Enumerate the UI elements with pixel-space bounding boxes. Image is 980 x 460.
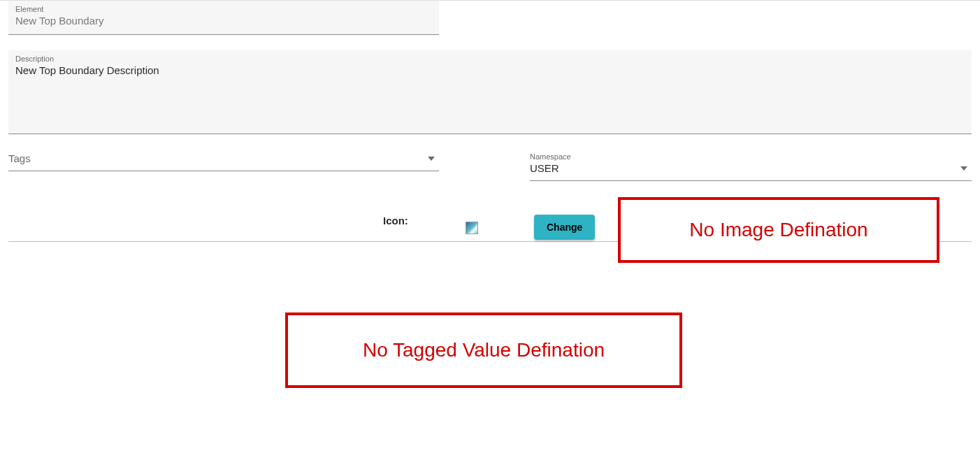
change-icon-button[interactable]: Change (534, 215, 595, 240)
element-field[interactable]: Element New Top Boundary (8, 1, 439, 35)
annotation-no-image-text: No Image Defination (689, 219, 867, 241)
annotation-no-tagged-value-text: No Tagged Value Defination (363, 339, 605, 361)
description-value: New Top Boundary Description (15, 64, 159, 76)
annotation-no-image: No Image Defination (618, 197, 939, 263)
namespace-value: USER (530, 162, 559, 174)
element-value: New Top Boundary (15, 15, 103, 27)
chevron-down-icon (428, 151, 435, 164)
element-label: Element (15, 5, 432, 13)
chevron-down-icon (960, 161, 967, 173)
namespace-select[interactable]: Namespace USER (530, 148, 972, 181)
description-label: Description (15, 55, 965, 63)
icon-preview (466, 222, 478, 234)
tags-placeholder: Tags (8, 152, 31, 164)
description-field[interactable]: Description New Top Boundary Description (8, 50, 972, 134)
tags-select[interactable]: Tags (8, 148, 439, 171)
icon-label: Icon: (383, 215, 408, 227)
annotation-no-tagged-value: No Tagged Value Defination (285, 312, 682, 388)
namespace-label: Namespace (530, 152, 972, 161)
